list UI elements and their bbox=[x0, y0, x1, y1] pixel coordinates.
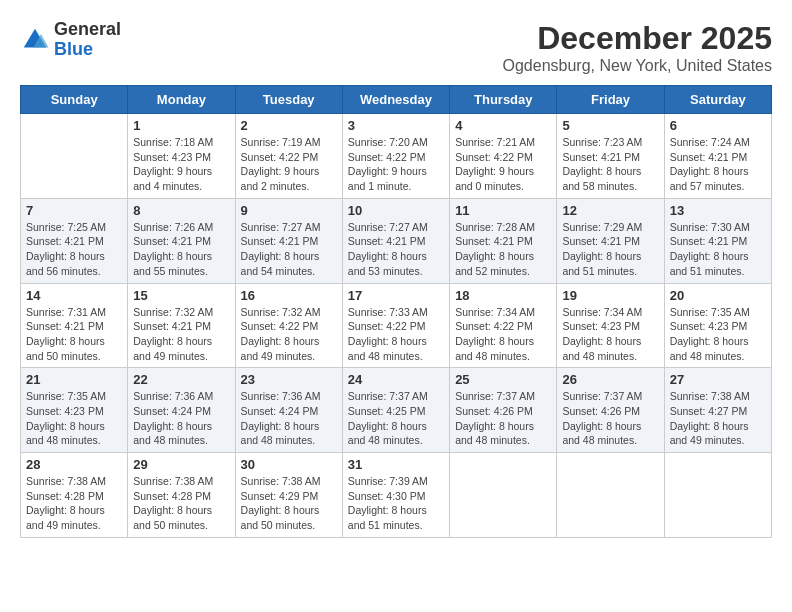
day-number: 25 bbox=[455, 372, 551, 387]
day-info: Sunrise: 7:25 AM Sunset: 4:21 PM Dayligh… bbox=[26, 220, 122, 279]
calendar-cell: 5Sunrise: 7:23 AM Sunset: 4:21 PM Daylig… bbox=[557, 114, 664, 199]
day-info: Sunrise: 7:36 AM Sunset: 4:24 PM Dayligh… bbox=[133, 389, 229, 448]
day-info: Sunrise: 7:18 AM Sunset: 4:23 PM Dayligh… bbox=[133, 135, 229, 194]
day-info: Sunrise: 7:30 AM Sunset: 4:21 PM Dayligh… bbox=[670, 220, 766, 279]
day-number: 15 bbox=[133, 288, 229, 303]
calendar-cell: 20Sunrise: 7:35 AM Sunset: 4:23 PM Dayli… bbox=[664, 283, 771, 368]
calendar-cell: 28Sunrise: 7:38 AM Sunset: 4:28 PM Dayli… bbox=[21, 453, 128, 538]
day-number: 13 bbox=[670, 203, 766, 218]
calendar-cell: 6Sunrise: 7:24 AM Sunset: 4:21 PM Daylig… bbox=[664, 114, 771, 199]
day-number: 21 bbox=[26, 372, 122, 387]
calendar-cell: 19Sunrise: 7:34 AM Sunset: 4:23 PM Dayli… bbox=[557, 283, 664, 368]
calendar-week-row: 7Sunrise: 7:25 AM Sunset: 4:21 PM Daylig… bbox=[21, 198, 772, 283]
day-number: 19 bbox=[562, 288, 658, 303]
day-number: 17 bbox=[348, 288, 444, 303]
day-info: Sunrise: 7:37 AM Sunset: 4:26 PM Dayligh… bbox=[562, 389, 658, 448]
weekday-header-row: SundayMondayTuesdayWednesdayThursdayFrid… bbox=[21, 86, 772, 114]
calendar-subtitle: Ogdensburg, New York, United States bbox=[503, 57, 773, 75]
calendar-cell: 18Sunrise: 7:34 AM Sunset: 4:22 PM Dayli… bbox=[450, 283, 557, 368]
day-number: 29 bbox=[133, 457, 229, 472]
day-number: 23 bbox=[241, 372, 337, 387]
calendar-cell: 31Sunrise: 7:39 AM Sunset: 4:30 PM Dayli… bbox=[342, 453, 449, 538]
day-info: Sunrise: 7:27 AM Sunset: 4:21 PM Dayligh… bbox=[241, 220, 337, 279]
day-info: Sunrise: 7:29 AM Sunset: 4:21 PM Dayligh… bbox=[562, 220, 658, 279]
day-number: 1 bbox=[133, 118, 229, 133]
day-number: 24 bbox=[348, 372, 444, 387]
day-number: 7 bbox=[26, 203, 122, 218]
calendar-week-row: 28Sunrise: 7:38 AM Sunset: 4:28 PM Dayli… bbox=[21, 453, 772, 538]
calendar-cell: 9Sunrise: 7:27 AM Sunset: 4:21 PM Daylig… bbox=[235, 198, 342, 283]
calendar-cell: 30Sunrise: 7:38 AM Sunset: 4:29 PM Dayli… bbox=[235, 453, 342, 538]
calendar-cell: 13Sunrise: 7:30 AM Sunset: 4:21 PM Dayli… bbox=[664, 198, 771, 283]
calendar-cell: 7Sunrise: 7:25 AM Sunset: 4:21 PM Daylig… bbox=[21, 198, 128, 283]
day-info: Sunrise: 7:35 AM Sunset: 4:23 PM Dayligh… bbox=[26, 389, 122, 448]
calendar-cell bbox=[557, 453, 664, 538]
calendar-cell: 4Sunrise: 7:21 AM Sunset: 4:22 PM Daylig… bbox=[450, 114, 557, 199]
logo-icon bbox=[20, 25, 50, 55]
day-number: 18 bbox=[455, 288, 551, 303]
day-number: 11 bbox=[455, 203, 551, 218]
calendar-cell bbox=[21, 114, 128, 199]
day-number: 4 bbox=[455, 118, 551, 133]
day-number: 10 bbox=[348, 203, 444, 218]
calendar-week-row: 21Sunrise: 7:35 AM Sunset: 4:23 PM Dayli… bbox=[21, 368, 772, 453]
calendar-title: December 2025 bbox=[503, 20, 773, 57]
calendar-cell: 16Sunrise: 7:32 AM Sunset: 4:22 PM Dayli… bbox=[235, 283, 342, 368]
day-info: Sunrise: 7:32 AM Sunset: 4:21 PM Dayligh… bbox=[133, 305, 229, 364]
calendar-week-row: 14Sunrise: 7:31 AM Sunset: 4:21 PM Dayli… bbox=[21, 283, 772, 368]
calendar-cell: 23Sunrise: 7:36 AM Sunset: 4:24 PM Dayli… bbox=[235, 368, 342, 453]
day-number: 28 bbox=[26, 457, 122, 472]
day-number: 31 bbox=[348, 457, 444, 472]
calendar-table: SundayMondayTuesdayWednesdayThursdayFrid… bbox=[20, 85, 772, 538]
calendar-cell bbox=[450, 453, 557, 538]
day-info: Sunrise: 7:31 AM Sunset: 4:21 PM Dayligh… bbox=[26, 305, 122, 364]
calendar-cell: 12Sunrise: 7:29 AM Sunset: 4:21 PM Dayli… bbox=[557, 198, 664, 283]
day-number: 30 bbox=[241, 457, 337, 472]
day-number: 5 bbox=[562, 118, 658, 133]
day-number: 27 bbox=[670, 372, 766, 387]
calendar-cell: 8Sunrise: 7:26 AM Sunset: 4:21 PM Daylig… bbox=[128, 198, 235, 283]
day-number: 9 bbox=[241, 203, 337, 218]
day-info: Sunrise: 7:33 AM Sunset: 4:22 PM Dayligh… bbox=[348, 305, 444, 364]
calendar-cell: 22Sunrise: 7:36 AM Sunset: 4:24 PM Dayli… bbox=[128, 368, 235, 453]
day-info: Sunrise: 7:19 AM Sunset: 4:22 PM Dayligh… bbox=[241, 135, 337, 194]
day-info: Sunrise: 7:38 AM Sunset: 4:29 PM Dayligh… bbox=[241, 474, 337, 533]
day-number: 26 bbox=[562, 372, 658, 387]
weekday-header-sunday: Sunday bbox=[21, 86, 128, 114]
day-number: 16 bbox=[241, 288, 337, 303]
calendar-cell: 14Sunrise: 7:31 AM Sunset: 4:21 PM Dayli… bbox=[21, 283, 128, 368]
day-number: 22 bbox=[133, 372, 229, 387]
page-header: General Blue December 2025 Ogdensburg, N… bbox=[20, 20, 772, 75]
calendar-cell: 25Sunrise: 7:37 AM Sunset: 4:26 PM Dayli… bbox=[450, 368, 557, 453]
day-number: 14 bbox=[26, 288, 122, 303]
logo-general: General bbox=[54, 20, 121, 40]
weekday-header-tuesday: Tuesday bbox=[235, 86, 342, 114]
calendar-cell bbox=[664, 453, 771, 538]
calendar-cell: 27Sunrise: 7:38 AM Sunset: 4:27 PM Dayli… bbox=[664, 368, 771, 453]
day-info: Sunrise: 7:39 AM Sunset: 4:30 PM Dayligh… bbox=[348, 474, 444, 533]
day-number: 2 bbox=[241, 118, 337, 133]
calendar-cell: 29Sunrise: 7:38 AM Sunset: 4:28 PM Dayli… bbox=[128, 453, 235, 538]
logo: General Blue bbox=[20, 20, 121, 60]
day-info: Sunrise: 7:35 AM Sunset: 4:23 PM Dayligh… bbox=[670, 305, 766, 364]
weekday-header-wednesday: Wednesday bbox=[342, 86, 449, 114]
logo-blue: Blue bbox=[54, 40, 121, 60]
day-info: Sunrise: 7:38 AM Sunset: 4:28 PM Dayligh… bbox=[26, 474, 122, 533]
calendar-cell: 1Sunrise: 7:18 AM Sunset: 4:23 PM Daylig… bbox=[128, 114, 235, 199]
day-info: Sunrise: 7:26 AM Sunset: 4:21 PM Dayligh… bbox=[133, 220, 229, 279]
calendar-cell: 3Sunrise: 7:20 AM Sunset: 4:22 PM Daylig… bbox=[342, 114, 449, 199]
day-number: 8 bbox=[133, 203, 229, 218]
calendar-cell: 10Sunrise: 7:27 AM Sunset: 4:21 PM Dayli… bbox=[342, 198, 449, 283]
day-info: Sunrise: 7:21 AM Sunset: 4:22 PM Dayligh… bbox=[455, 135, 551, 194]
day-info: Sunrise: 7:23 AM Sunset: 4:21 PM Dayligh… bbox=[562, 135, 658, 194]
day-info: Sunrise: 7:37 AM Sunset: 4:25 PM Dayligh… bbox=[348, 389, 444, 448]
calendar-cell: 15Sunrise: 7:32 AM Sunset: 4:21 PM Dayli… bbox=[128, 283, 235, 368]
calendar-cell: 26Sunrise: 7:37 AM Sunset: 4:26 PM Dayli… bbox=[557, 368, 664, 453]
day-number: 12 bbox=[562, 203, 658, 218]
calendar-cell: 21Sunrise: 7:35 AM Sunset: 4:23 PM Dayli… bbox=[21, 368, 128, 453]
day-info: Sunrise: 7:24 AM Sunset: 4:21 PM Dayligh… bbox=[670, 135, 766, 194]
day-info: Sunrise: 7:36 AM Sunset: 4:24 PM Dayligh… bbox=[241, 389, 337, 448]
logo-text: General Blue bbox=[54, 20, 121, 60]
weekday-header-thursday: Thursday bbox=[450, 86, 557, 114]
day-info: Sunrise: 7:20 AM Sunset: 4:22 PM Dayligh… bbox=[348, 135, 444, 194]
